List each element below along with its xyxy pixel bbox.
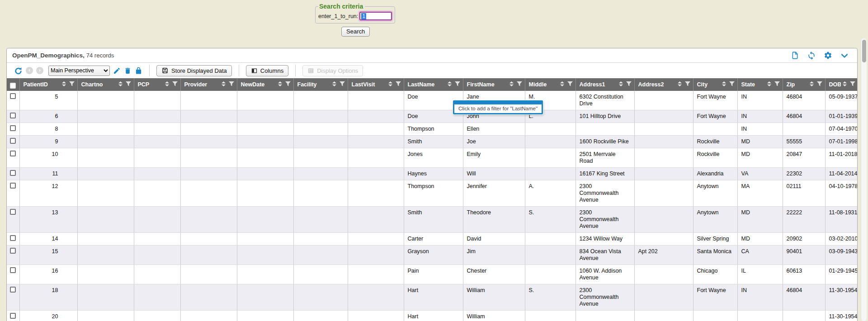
search-button[interactable]: Search [341,27,370,37]
row-checkbox[interactable] [10,183,16,189]
row-select-cell[interactable] [7,148,19,168]
row-select-cell[interactable] [7,245,19,265]
sort-toggle[interactable] [222,81,226,88]
sort-toggle[interactable] [843,81,847,88]
column-header-firstname[interactable]: FirstName [463,78,525,91]
select-all-header[interactable] [7,78,19,91]
filter-toggle[interactable] [172,81,178,88]
filter-toggle[interactable] [340,81,345,88]
vertical-scrollbar[interactable] [861,38,867,321]
row-select-cell[interactable] [7,284,19,311]
row-checkbox[interactable] [10,313,16,319]
sort-toggle[interactable] [332,81,336,88]
settings-gear-icon[interactable] [824,51,832,60]
row-select-cell[interactable] [7,207,19,233]
filter-toggle[interactable] [729,81,735,88]
filter-toggle[interactable] [685,81,690,88]
row-checkbox[interactable] [10,138,16,144]
filter-icon [774,81,780,86]
columns-button[interactable]: Columns [246,65,288,76]
sort-toggle[interactable] [165,81,169,88]
scrollbar-thumb[interactable] [862,40,866,62]
row-checkbox[interactable] [10,267,16,273]
store-displayed-data-button[interactable]: Store Displayed Data [156,65,232,76]
filter-toggle[interactable] [817,81,822,88]
column-header-lastvisit[interactable]: LastVisit [348,78,404,91]
filter-toggle[interactable] [229,81,234,88]
filter-toggle[interactable] [126,81,131,88]
nav-back-icon[interactable]: ‹ [26,67,33,74]
column-header-middle[interactable]: Middle [525,78,576,91]
row-select-cell[interactable] [7,180,19,207]
column-header-lastname[interactable]: LastName [404,78,463,91]
column-header-newdate[interactable]: NewDate [237,78,293,91]
delete-trash-icon[interactable] [124,67,132,75]
column-header-facility[interactable]: Facility [293,78,348,91]
select-all-checkbox[interactable] [10,83,16,89]
display-options-button[interactable]: Display Options [302,65,363,76]
edit-pencil-icon[interactable] [113,67,121,75]
row-checkbox[interactable] [10,235,16,241]
filter-toggle[interactable] [774,81,780,88]
column-header-provider[interactable]: Provider [180,78,237,91]
row-select-cell[interactable] [7,123,19,136]
filter-toggle[interactable] [626,81,632,88]
sort-toggle[interactable] [560,81,564,88]
sort-toggle[interactable] [722,81,726,88]
undo-icon[interactable] [14,66,23,75]
row-select-cell[interactable] [7,311,19,321]
row-checkbox[interactable] [10,113,16,118]
row-select-cell[interactable] [7,233,19,245]
filter-toggle[interactable] [850,81,855,88]
row-checkbox[interactable] [10,209,16,215]
column-header-pcp[interactable]: PCP [134,78,180,91]
filter-toggle[interactable] [285,81,291,88]
table-row: 16PainChester1060 W. Addison AvenueChica… [7,265,857,284]
sort-toggle[interactable] [678,81,682,88]
sort-toggle[interactable] [388,81,392,88]
column-header-city[interactable]: City [693,78,737,91]
sort-toggle[interactable] [619,81,623,88]
row-checkbox[interactable] [10,93,16,99]
column-header-dob[interactable]: DOB [825,78,857,91]
row-checkbox[interactable] [10,151,16,156]
cell-state: IN [737,284,783,311]
refresh-icon[interactable] [807,51,816,60]
sort-toggle[interactable] [448,81,452,88]
row-checkbox[interactable] [10,170,16,176]
column-header-address2[interactable]: Address2 [634,78,693,91]
row-select-cell[interactable] [7,265,19,284]
sort-toggle[interactable] [509,81,514,88]
filter-toggle[interactable] [69,81,75,88]
column-header-address1[interactable]: Address1 [576,78,634,91]
sort-toggle[interactable] [278,81,282,88]
cell-facility [293,148,348,168]
row-select-cell[interactable] [7,91,19,110]
row-checkbox[interactable] [10,248,16,254]
sort-toggle[interactable] [62,81,66,88]
cell-lastvisit [348,245,404,265]
filter-toggle[interactable] [567,81,573,88]
column-header-zip[interactable]: Zip [783,78,825,91]
perspective-select[interactable]: Main Perspective [48,66,110,76]
lock-icon[interactable] [135,67,142,75]
sort-toggle[interactable] [118,81,123,88]
nav-forward-icon[interactable]: › [36,67,43,74]
collapse-chevron-icon[interactable] [840,51,849,60]
row-checkbox[interactable] [10,125,16,131]
filter-toggle[interactable] [396,81,401,88]
sort-toggle[interactable] [767,81,771,88]
cell-address2 [634,148,693,168]
filter-toggle[interactable] [455,81,460,88]
new-document-icon[interactable] [791,51,799,60]
column-header-state[interactable]: State [737,78,783,91]
column-header-patientid[interactable]: PatientID [19,78,77,91]
row-select-cell[interactable] [7,136,19,148]
filter-toggle[interactable] [517,81,522,88]
row-select-cell[interactable] [7,168,19,180]
sort-toggle[interactable] [810,81,814,88]
enter-to-run-input[interactable]: 1 [359,12,392,20]
column-header-chartno[interactable]: Chartno [77,78,134,91]
row-checkbox[interactable] [10,287,16,293]
row-select-cell[interactable] [7,110,19,123]
